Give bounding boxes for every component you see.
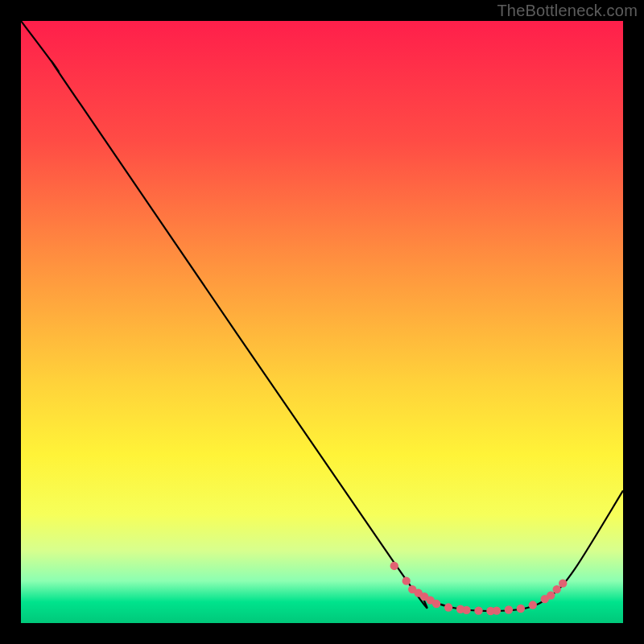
curve-marker <box>390 562 398 570</box>
curve-marker <box>529 601 537 609</box>
curve-marker <box>517 605 525 613</box>
chart-canvas <box>21 21 623 623</box>
plot-area <box>21 21 623 623</box>
gradient-background <box>21 21 623 623</box>
curve-marker <box>444 603 452 611</box>
curve-marker <box>505 605 513 613</box>
watermark-label: TheBottleneck.com <box>497 2 638 20</box>
curve-marker <box>474 606 482 614</box>
curve-marker <box>493 606 501 614</box>
curve-marker <box>553 585 561 593</box>
curve-marker <box>402 576 411 584</box>
curve-marker <box>462 606 470 614</box>
curve-marker <box>547 591 555 599</box>
curve-marker <box>432 600 440 608</box>
curve-marker <box>559 579 567 587</box>
chart-frame: TheBottleneck.com <box>0 0 644 644</box>
